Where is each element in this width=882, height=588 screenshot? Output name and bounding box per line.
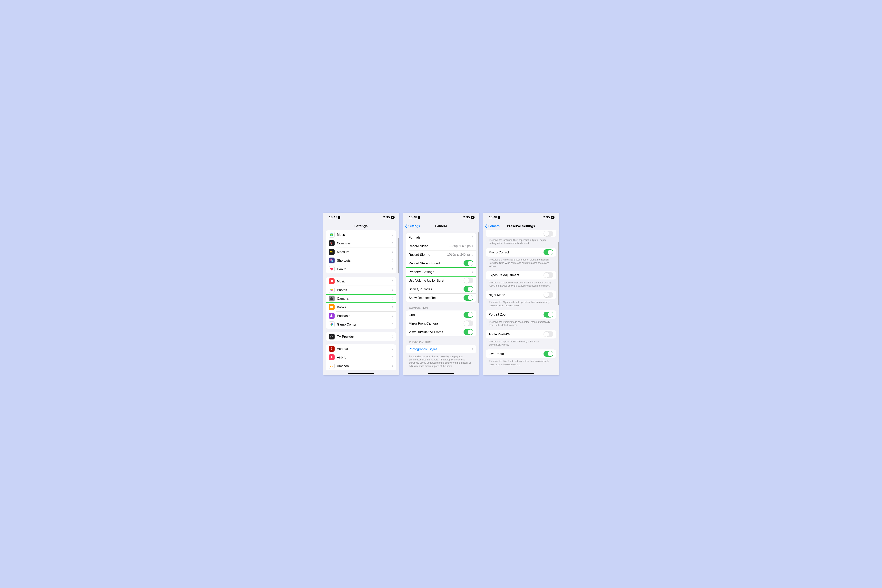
back-button[interactable]: Settings <box>405 224 420 228</box>
sim-icon <box>498 216 500 219</box>
battery-badge: 87 <box>551 216 555 219</box>
row-proraw[interactable]: Apple ProRAW <box>486 330 556 339</box>
row-label: Airbnb <box>337 356 392 359</box>
toggle-nightmode[interactable] <box>543 292 553 298</box>
prev-row-peek[interactable] <box>486 230 556 237</box>
row-detail: 1080p at 240 fps <box>447 253 471 256</box>
toggle-detectedtext[interactable] <box>464 295 473 301</box>
scroll-indicator[interactable] <box>558 242 559 305</box>
status-time: 10:48 <box>489 216 497 219</box>
preserve-group-nightmode: Night Mode <box>486 291 556 299</box>
row-mirror[interactable]: Mirror Front Camera <box>406 319 476 328</box>
svg-marker-3 <box>332 242 332 244</box>
row-label: Live Photo <box>489 352 543 356</box>
settings-row-measure[interactable]: Measure <box>326 248 396 256</box>
camera-group-composition: GridMirror Front CameraView Outside the … <box>406 310 476 336</box>
settings-row-maps[interactable]: Maps <box>326 230 396 239</box>
scroll-indicator[interactable] <box>398 238 399 273</box>
row-portraitzoom[interactable]: Portrait Zoom <box>486 310 556 319</box>
status-bar: 10:48 5G 87 <box>483 213 559 222</box>
row-label: Compass <box>337 242 392 245</box>
camera-content[interactable]: FormatsRecord Video1080p at 60 fpsRecord… <box>403 230 479 375</box>
chevron-right-icon <box>392 250 393 253</box>
settings-row-amazon[interactable]: Amazon <box>326 362 396 370</box>
scroll-indicator[interactable] <box>478 232 478 303</box>
row-outsideframe[interactable]: View Outside the Frame <box>406 328 476 336</box>
row-photostyles[interactable]: Photographic Styles <box>406 345 476 353</box>
music-icon <box>329 278 334 284</box>
books-icon <box>329 304 334 310</box>
row-preservesettings[interactable]: Preserve Settings <box>406 267 476 276</box>
toggle-stereosound[interactable] <box>464 260 473 266</box>
chevron-right-icon <box>472 270 473 273</box>
acrobat-icon <box>329 346 334 352</box>
toggle-proraw[interactable] <box>543 331 553 337</box>
row-exposure[interactable]: Exposure Adjustment <box>486 271 556 279</box>
settings-row-music[interactable]: Music <box>326 277 396 286</box>
row-label: Scan QR Codes <box>409 287 464 291</box>
page-title: Settings <box>354 224 368 228</box>
toggle-exposure[interactable] <box>543 272 553 278</box>
status-bar: 10:47 5G 87 <box>323 213 399 222</box>
row-label: Game Center <box>337 322 392 326</box>
row-stereosound[interactable]: Record Stereo Sound <box>406 259 476 267</box>
toggle-mirror[interactable] <box>464 321 473 326</box>
settings-row-gamecenter[interactable]: Game Center <box>326 320 396 329</box>
preserve-content[interactable]: Preserve the last used filter, aspect ra… <box>483 230 559 375</box>
row-label: Podcasts <box>337 314 392 318</box>
settings-row-podcasts[interactable]: Podcasts <box>326 312 396 320</box>
row-livephoto[interactable]: Live Photo <box>486 350 556 358</box>
row-macro[interactable]: Macro Control <box>486 248 556 256</box>
back-label: Settings <box>408 224 420 228</box>
toggle-scanqr[interactable] <box>464 286 473 292</box>
chevron-right-icon <box>392 314 393 317</box>
back-button[interactable]: Camera <box>485 224 500 228</box>
toggle-volumeburst[interactable] <box>464 278 473 284</box>
chevron-left-icon <box>485 224 488 228</box>
row-scanqr[interactable]: Scan QR Codes <box>406 285 476 293</box>
settings-row-health[interactable]: Health <box>326 265 396 273</box>
settings-row-books[interactable]: Books <box>326 303 396 312</box>
chevron-right-icon <box>472 236 473 239</box>
settings-group-tv: TV Provider <box>326 332 396 341</box>
cell-label: 5G <box>386 216 390 219</box>
row-detectedtext[interactable]: Show Detected Text <box>406 293 476 302</box>
settings-content[interactable]: Maps Compass Measure Shortcuts Health Mu… <box>323 230 399 375</box>
maps-icon <box>329 232 334 237</box>
toggle-portraitzoom[interactable] <box>543 312 553 318</box>
toggle-outsideframe[interactable] <box>464 329 473 335</box>
chevron-right-icon <box>392 259 393 262</box>
nav-header: Camera Preserve Settings <box>483 222 559 230</box>
settings-row-acrobat[interactable]: Acrobat <box>326 344 396 353</box>
home-indicator[interactable] <box>428 373 454 374</box>
chevron-right-icon <box>392 335 393 338</box>
toggle-grid[interactable] <box>464 312 473 318</box>
row-label: TV Provider <box>337 335 392 339</box>
chevron-right-icon <box>392 280 393 283</box>
nav-header: Settings <box>323 222 399 230</box>
row-volumeburst[interactable]: Use Volume Up for Burst <box>406 276 476 285</box>
toggle-livephoto[interactable] <box>543 351 553 357</box>
settings-row-compass[interactable]: Compass <box>326 239 396 248</box>
row-formats[interactable]: Formats <box>406 233 476 242</box>
settings-row-airbnb[interactable]: Airbnb <box>326 353 396 362</box>
settings-row-shortcuts[interactable]: Shortcuts <box>326 256 396 265</box>
row-recordslomo[interactable]: Record Slo-mo1080p at 240 fps <box>406 250 476 259</box>
toggle-macro[interactable] <box>543 249 553 255</box>
row-grid[interactable]: Grid <box>406 310 476 319</box>
row-label: Formats <box>409 236 472 239</box>
chevron-right-icon <box>392 323 393 326</box>
page-title: Preserve Settings <box>507 224 535 228</box>
settings-row-camera[interactable]: Camera <box>326 294 396 303</box>
settings-row-photos[interactable]: Photos <box>326 286 396 294</box>
row-recordvideo[interactable]: Record Video1080p at 60 fps <box>406 242 476 250</box>
settings-row-tvprovider[interactable]: TV Provider <box>326 332 396 341</box>
toggle-prev[interactable] <box>543 231 553 237</box>
home-indicator[interactable] <box>508 373 534 374</box>
row-label: Books <box>337 305 392 309</box>
phone-camera: 10:48 5G 87 Settings Camera FormatsRecor… <box>403 213 479 375</box>
row-label: Measure <box>337 250 392 254</box>
row-label: View Outside the Frame <box>409 330 464 334</box>
home-indicator[interactable] <box>348 373 374 374</box>
row-nightmode[interactable]: Night Mode <box>486 291 556 299</box>
